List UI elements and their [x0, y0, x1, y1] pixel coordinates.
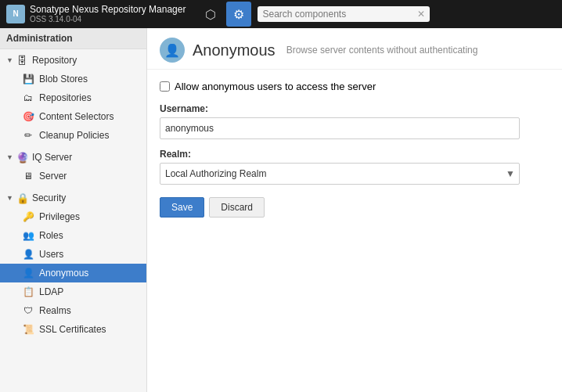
content-selectors-icon: 🎯 — [22, 110, 34, 123]
content-header-icon: 👤 — [160, 38, 185, 63]
anonymous-label: Anonymous — [39, 268, 88, 279]
privileges-icon: 🔑 — [22, 210, 34, 223]
sidebar-section-header: Administration — [0, 28, 146, 49]
topbar: N Sonatype Nexus Repository Manager OSS … — [0, 0, 562, 28]
users-icon: 👤 — [22, 248, 34, 261]
repository-label: Repository — [32, 55, 77, 66]
sidebar-item-anonymous[interactable]: 👤 Anonymous — [0, 264, 146, 282]
anonymous-checkbox-label[interactable]: Allow anonymous users to access the serv… — [175, 81, 376, 92]
repositories-icon: 🗂 — [22, 92, 34, 104]
app-body: Administration ▼ 🗄 Repository 💾 Blob Sto… — [0, 28, 562, 392]
main-content: 👤 Anonymous Browse server contents witho… — [147, 28, 562, 392]
sidebar-item-privileges[interactable]: 🔑 Privileges — [0, 207, 146, 226]
anonymous-checkbox-row: Allow anonymous users to access the serv… — [160, 81, 549, 92]
triangle-icon: ▼ — [6, 153, 13, 161]
sidebar-group-header-security[interactable]: ▼ 🔒 Security — [0, 189, 146, 207]
sidebar-item-users[interactable]: 👤 Users — [0, 245, 146, 264]
blob-stores-icon: 💾 — [22, 73, 34, 85]
server-label: Server — [39, 171, 67, 182]
save-button[interactable]: Save — [160, 197, 204, 218]
triangle-icon: ▼ — [6, 194, 13, 202]
ldap-icon: 📋 — [22, 286, 34, 298]
app-version: OSS 3.14.0-04 — [30, 15, 186, 24]
sidebar-item-server[interactable]: 🖥 Server — [0, 167, 146, 185]
app-logo: N — [6, 5, 25, 23]
username-input[interactable] — [160, 117, 520, 139]
sidebar-item-ldap[interactable]: 📋 LDAP — [0, 282, 146, 301]
discard-button[interactable]: Discard — [209, 197, 265, 218]
privileges-label: Privileges — [39, 211, 80, 222]
anonymous-checkbox[interactable] — [160, 81, 170, 92]
triangle-icon: ▼ — [6, 56, 13, 64]
ssl-certificates-label: SSL Certificates — [39, 324, 106, 335]
repositories-label: Repositories — [39, 92, 92, 103]
sidebar-item-blob-stores[interactable]: 💾 Blob Stores — [0, 70, 146, 88]
username-field: Username: — [160, 103, 549, 139]
iq-server-label: IQ Server — [32, 152, 72, 163]
app-name: Sonatype Nexus Repository Manager — [30, 4, 186, 15]
content-header: 👤 Anonymous Browse server contents witho… — [147, 28, 562, 70]
security-icon: 🔒 — [16, 192, 29, 204]
app-title: Sonatype Nexus Repository Manager OSS 3.… — [30, 4, 186, 24]
sidebar: Administration ▼ 🗄 Repository 💾 Blob Sto… — [0, 28, 147, 392]
iq-server-icon: 🔮 — [16, 151, 29, 164]
page-title: Anonymous — [193, 41, 276, 59]
search-bar: ✕ — [258, 6, 430, 22]
users-label: Users — [39, 249, 63, 260]
cube-icon-button[interactable]: ⬡ — [198, 2, 223, 27]
realms-icon: 🛡 — [22, 304, 34, 317]
sidebar-group-iq-server: ▼ 🔮 IQ Server 🖥 Server — [0, 146, 146, 187]
roles-icon: 👥 — [22, 229, 34, 242]
realm-select[interactable]: Local Authorizing Realm — [160, 163, 520, 185]
cleanup-policies-label: Cleanup Policies — [39, 130, 109, 141]
content-selectors-label: Content Selectors — [39, 111, 113, 122]
topbar-icons: ⬡ ⚙ — [198, 2, 251, 27]
sidebar-group-header-iq-server[interactable]: ▼ 🔮 IQ Server — [0, 148, 146, 167]
sidebar-group-security: ▼ 🔒 Security 🔑 Privileges 👥 Roles 👤 User… — [0, 187, 146, 340]
search-clear-icon[interactable]: ✕ — [417, 9, 425, 20]
ldap-label: LDAP — [39, 286, 63, 297]
sidebar-item-realms[interactable]: 🛡 Realms — [0, 301, 146, 320]
brand: N Sonatype Nexus Repository Manager OSS … — [6, 4, 186, 24]
ssl-certificates-icon: 📜 — [22, 323, 34, 336]
sidebar-group-repository: ▼ 🗄 Repository 💾 Blob Stores 🗂 Repositor… — [0, 49, 146, 146]
gear-icon-button[interactable]: ⚙ — [226, 2, 251, 27]
form-buttons: Save Discard — [160, 197, 549, 218]
roles-label: Roles — [39, 230, 63, 241]
realms-label: Realms — [39, 305, 71, 316]
sidebar-item-cleanup-policies[interactable]: ✏ Cleanup Policies — [0, 126, 146, 145]
content-form: Allow anonymous users to access the serv… — [147, 70, 562, 228]
blob-stores-label: Blob Stores — [39, 74, 88, 85]
sidebar-item-ssl-certificates[interactable]: 📜 SSL Certificates — [0, 320, 146, 339]
sidebar-item-content-selectors[interactable]: 🎯 Content Selectors — [0, 107, 146, 126]
realm-field: Realm: Local Authorizing Realm ▼ — [160, 149, 549, 185]
realm-select-wrapper: Local Authorizing Realm ▼ — [160, 163, 520, 185]
repository-icon: 🗄 — [16, 54, 29, 67]
server-icon: 🖥 — [22, 170, 34, 182]
security-label: Security — [32, 192, 66, 203]
cleanup-policies-icon: ✏ — [22, 129, 34, 142]
sidebar-item-repositories[interactable]: 🗂 Repositories — [0, 88, 146, 107]
search-input[interactable] — [262, 9, 414, 20]
page-subtitle: Browse server contents without authentic… — [286, 45, 478, 56]
sidebar-group-header-repository[interactable]: ▼ 🗄 Repository — [0, 51, 146, 70]
realm-label: Realm: — [160, 149, 549, 160]
sidebar-item-roles[interactable]: 👥 Roles — [0, 226, 146, 245]
anonymous-icon: 👤 — [22, 267, 34, 279]
username-label: Username: — [160, 103, 549, 114]
